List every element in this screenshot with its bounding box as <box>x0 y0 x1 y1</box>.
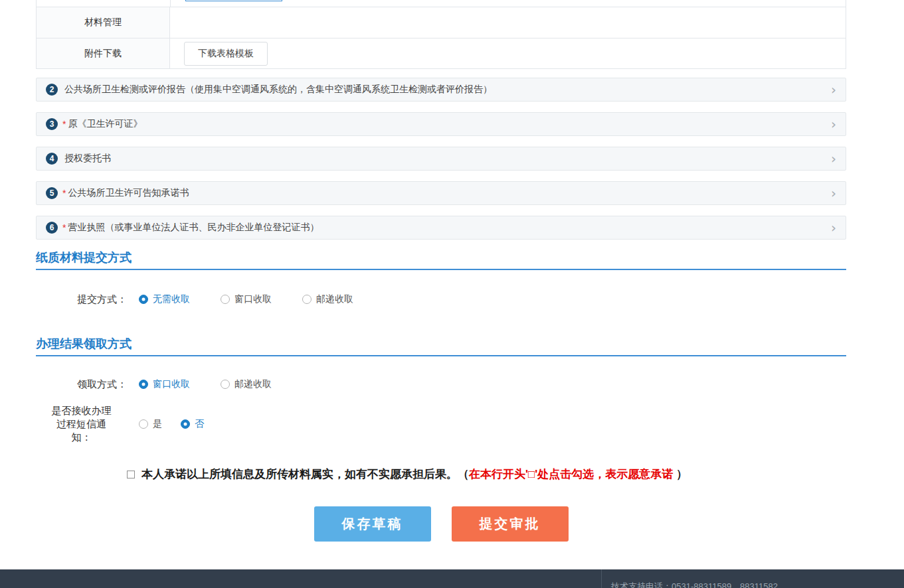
support-phone-text: 技术支持电话：0531-88311589、88311582 <box>611 581 778 588</box>
attachment-download-content: 下载表格模板 <box>170 38 846 68</box>
radio-option-label: 邮递收取 <box>316 293 353 305</box>
item-number-badge: 5 <box>46 187 58 199</box>
paper-submit-section-title: 纸质材料提交方式 <box>36 251 846 264</box>
attachment-item-3[interactable]: 3 * 原《卫生许可证》 › <box>36 112 846 136</box>
attachment-item-2[interactable]: 2 公共场所卫生检测或评价报告（使用集中空调通风系统的，含集中空调通风系统卫生检… <box>36 78 846 102</box>
radio-icon <box>139 419 148 429</box>
sms-notice-label: 是否接收办理 过程短信通 知： <box>36 404 139 444</box>
radio-option-label: 否 <box>195 418 204 430</box>
section-underline <box>36 355 846 356</box>
submit-method-label: 提交方式： <box>36 293 139 306</box>
radio-icon <box>139 295 148 304</box>
action-buttons: 保存草稿 提交审批 <box>36 506 846 542</box>
radio-option-mail-pickup[interactable]: 邮递收取 <box>221 378 272 390</box>
pickup-method-row: 领取方式： 窗口收取 邮递收取 <box>36 372 846 396</box>
chevron-right-icon[interactable]: › <box>831 186 836 200</box>
promise-row: 本人承诺以上所填信息及所传材料属实，如有不实愿承担后果。（在本行开头'□'处点击… <box>36 467 846 482</box>
radio-option-label: 无需收取 <box>153 293 190 305</box>
chevron-right-icon[interactable]: › <box>831 117 836 131</box>
radio-option-label: 窗口收取 <box>153 378 190 390</box>
pickup-method-options: 窗口收取 邮递收取 <box>139 378 302 390</box>
radio-icon <box>302 295 312 304</box>
attachment-item-label: 公共场所卫生检测或评价报告（使用集中空调通风系统的，含集中空调通风系统卫生检测或… <box>64 84 492 96</box>
attachment-item-5[interactable]: 5 * 公共场所卫生许可告知承诺书 › <box>36 181 846 205</box>
attachment-item-label: 公共场所卫生许可告知承诺书 <box>68 187 189 199</box>
sms-notice-options: 是 否 <box>139 418 234 430</box>
radio-option-no[interactable]: 否 <box>181 418 204 430</box>
radio-option-window-collect[interactable]: 窗口收取 <box>221 293 272 305</box>
item-number-badge: 3 <box>46 118 58 130</box>
submit-approval-button[interactable]: 提交审批 <box>452 506 569 542</box>
submit-method-options: 无需收取 窗口收取 邮递收取 <box>139 293 384 305</box>
promise-statement: 本人承诺以上所填信息及所传材料属实，如有不实愿承担后果。（在本行开头'□'处点击… <box>141 467 687 482</box>
sms-notice-row: 是否接收办理 过程短信通 知： 是 否 <box>36 404 846 444</box>
attachment-download-label: 附件下载 <box>37 38 170 68</box>
cutoff-input-box <box>185 0 282 1</box>
material-manage-content <box>170 7 846 38</box>
page-footer: 技术支持电话：0531-88311589、88311582 <box>0 569 904 588</box>
chevron-right-icon[interactable]: › <box>831 221 836 234</box>
form-content: 材料管理 附件下载 下载表格模板 2 公共场所卫生检测或评价报告（使用集中空调通… <box>36 0 846 542</box>
cutoff-table-row <box>36 0 846 7</box>
attachment-item-4[interactable]: 4 授权委托书 › <box>36 147 846 171</box>
radio-option-window-pickup[interactable]: 窗口收取 <box>139 378 190 390</box>
section-underline <box>36 269 846 270</box>
table-row: 材料管理 <box>37 7 846 38</box>
promise-text-red: 在本行开头'□'处点击勾选，表示愿意承诺 <box>469 468 673 480</box>
application-form-page: 材料管理 附件下载 下载表格模板 2 公共场所卫生检测或评价报告（使用集中空调通… <box>0 0 904 588</box>
table-row: 附件下载 下载表格模板 <box>37 38 846 68</box>
promise-text-black: 本人承诺以上所填信息及所传材料属实，如有不实愿承担后果。（ <box>141 468 469 480</box>
submit-method-row: 提交方式： 无需收取 窗口收取 邮递收取 <box>36 287 846 311</box>
chevron-right-icon[interactable]: › <box>831 152 836 165</box>
radio-icon <box>181 419 190 429</box>
attachment-item-label: 原《卫生许可证》 <box>68 118 142 130</box>
item-number-badge: 4 <box>46 153 58 165</box>
promise-text-suffix: ） <box>673 468 687 480</box>
material-manage-label: 材料管理 <box>37 7 170 38</box>
radio-icon <box>139 380 148 389</box>
required-asterisk: * <box>62 222 66 233</box>
radio-option-mail-collect[interactable]: 邮递收取 <box>302 293 353 305</box>
footer-divider <box>601 569 602 588</box>
attachment-accordion: 2 公共场所卫生检测或评价报告（使用集中空调通风系统的，含集中空调通风系统卫生检… <box>36 78 846 240</box>
attachment-item-label: 营业执照（或事业单位法人证书、民办非企业单位登记证书） <box>68 222 319 234</box>
radio-option-label: 邮递收取 <box>234 378 272 390</box>
required-asterisk: * <box>62 188 66 198</box>
item-number-badge: 2 <box>46 84 58 96</box>
materials-table: 材料管理 附件下载 下载表格模板 <box>36 7 846 69</box>
promise-checkbox[interactable] <box>127 471 135 478</box>
save-draft-button[interactable]: 保存草稿 <box>314 506 431 542</box>
radio-icon <box>221 295 230 304</box>
attachment-item-label: 授权委托书 <box>64 153 111 165</box>
item-number-badge: 6 <box>46 222 58 234</box>
chevron-right-icon[interactable]: › <box>831 83 836 96</box>
pickup-method-label: 领取方式： <box>36 378 139 391</box>
required-asterisk: * <box>62 119 66 129</box>
radio-option-label: 是 <box>153 418 162 430</box>
table-column-divider <box>170 0 171 7</box>
download-template-button[interactable]: 下载表格模板 <box>184 42 268 66</box>
result-pickup-section-title: 办理结果领取方式 <box>36 337 846 350</box>
radio-icon <box>221 380 230 389</box>
attachment-item-6[interactable]: 6 * 营业执照（或事业单位法人证书、民办非企业单位登记证书） › <box>36 216 846 240</box>
radio-option-label: 窗口收取 <box>234 293 272 305</box>
radio-option-no-collect[interactable]: 无需收取 <box>139 293 190 305</box>
radio-option-yes[interactable]: 是 <box>139 418 162 430</box>
